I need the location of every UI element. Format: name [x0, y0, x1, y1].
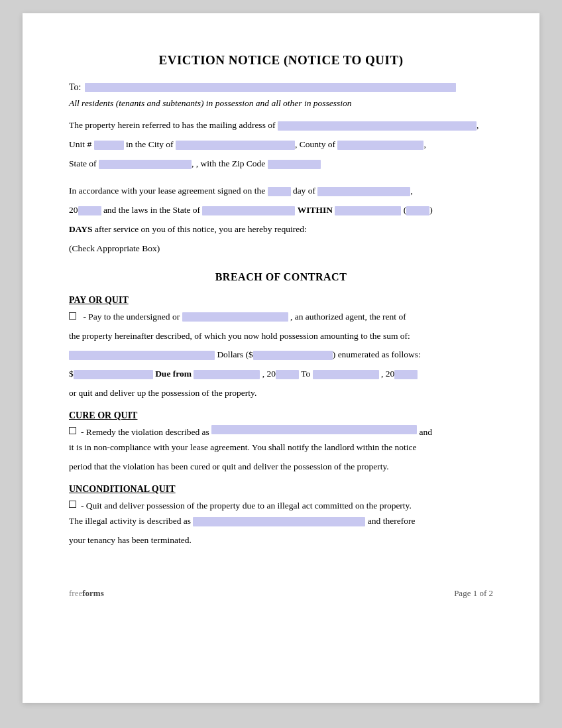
address-para: The property herein referred to has the …: [69, 118, 493, 133]
pay-text2: , an authorized agent, the rent of: [290, 312, 406, 322]
to-label: To:: [69, 82, 81, 93]
check-label: (Check Appropriate Box): [69, 243, 160, 253]
county-label: County of: [300, 139, 335, 149]
cure-row1: - Remedy the violation described as and: [69, 425, 493, 440]
unit-label: Unit #: [69, 139, 91, 149]
cure-violation-field[interactable]: [211, 425, 417, 434]
pay-row3: Dollars ($) enumerated as follows:: [69, 347, 493, 363]
lease-para: In accordance with your lease agreement …: [69, 184, 493, 199]
day-label: day of: [293, 186, 315, 196]
pay-enum-label: enumerated as follows:: [338, 349, 421, 359]
zip-label: , with the Zip Code: [196, 158, 266, 168]
unconditional-text1: - Quit and deliver possession of the pro…: [81, 499, 412, 514]
cure-text4: period that the violation has been cured…: [69, 461, 389, 471]
within-label: WITHIN: [298, 205, 333, 215]
to-row: To:: [69, 82, 493, 93]
unconditional-checkbox[interactable]: [69, 501, 76, 508]
pay-to-year-field[interactable]: [394, 370, 418, 379]
breach-heading: BREACH OF CONTRACT: [69, 271, 493, 283]
pay-20b: , 20: [381, 369, 394, 379]
lease-prefix: In accordance with your lease agreement …: [69, 186, 265, 196]
laws-para: 20 and the laws in the State of WITHIN (…: [69, 203, 493, 218]
pay-dollars-num-field[interactable]: [253, 351, 333, 360]
pay-or-quit-heading: PAY OR QUIT: [69, 295, 493, 306]
state-field[interactable]: [99, 160, 192, 169]
pay-row2: the property hereinafter described, of w…: [69, 329, 493, 344]
brand-forms: forms: [82, 588, 104, 598]
unconditional-text4: your tenancy has been terminated.: [69, 535, 192, 545]
unconditional-row2: The illegal activity is described as and…: [69, 514, 493, 529]
pay-amount-field[interactable]: [74, 370, 153, 379]
days-para: DAYS after service on you of this notice…: [69, 222, 493, 237]
due-from-label: Due from: [155, 369, 192, 379]
city-field[interactable]: [176, 141, 295, 150]
zip-field[interactable]: [268, 160, 321, 169]
document-page: EVICTION NOTICE (NOTICE TO QUIT) To: All…: [23, 13, 539, 703]
pay-20a: , 20: [262, 369, 276, 379]
italic-subtitle: All residents (tenants and subtenants) i…: [69, 98, 493, 109]
cure-row3: period that the violation has been cured…: [69, 459, 493, 475]
pay-quit-text: or quit and deliver up the possession of…: [69, 388, 256, 398]
month-field[interactable]: [317, 187, 410, 196]
pay-checkbox[interactable]: [69, 312, 76, 320]
footer-brand: freeforms: [69, 588, 104, 599]
days-suffix: after service on you of this notice, you…: [95, 224, 307, 234]
pay-from-date-field[interactable]: [194, 370, 260, 379]
pay-row4: $ Due from , 20 To , 20: [69, 367, 493, 382]
unconditional-text2: The illegal activity is described as: [69, 516, 191, 526]
city-label: in the City of: [126, 139, 174, 149]
pay-text3: the property hereinafter described, of w…: [69, 331, 410, 341]
pay-to-label: To: [301, 369, 310, 379]
unconditional-row3: your tenancy has been terminated.: [69, 533, 493, 548]
year-field[interactable]: [78, 206, 101, 215]
cure-or-quit-heading: CURE OR QUIT: [69, 410, 493, 421]
cure-checkbox[interactable]: [69, 427, 76, 434]
pay-dollars-words-field[interactable]: [69, 351, 215, 360]
cure-text1: - Remedy the violation described as: [81, 425, 209, 440]
day-field[interactable]: [268, 187, 291, 196]
pay-text1: - Pay to the undersigned or: [83, 312, 180, 322]
state-laws-label: and the laws in the State of: [103, 205, 200, 215]
pay-agent-field[interactable]: [182, 312, 288, 322]
laws-state-field[interactable]: [202, 206, 295, 215]
cure-text2: and: [420, 425, 433, 440]
address-field[interactable]: [278, 121, 477, 131]
to-field[interactable]: [85, 83, 456, 92]
cure-row2: it is in non-compliance with your lease …: [69, 440, 493, 455]
check-para: (Check Appropriate Box): [69, 241, 493, 257]
paren-field[interactable]: [406, 206, 429, 215]
unit-field[interactable]: [94, 141, 124, 150]
illegal-activity-field[interactable]: [193, 517, 365, 526]
footer: freeforms Page 1 of 2: [69, 588, 493, 599]
unconditional-row1: - Quit and deliver possession of the pro…: [69, 499, 493, 514]
pay-row5: or quit and deliver up the possession of…: [69, 386, 493, 401]
days-label: DAYS: [69, 224, 93, 234]
address-prefix: The property herein referred to has the …: [69, 120, 276, 130]
pay-to-date-field[interactable]: [313, 370, 379, 379]
within-field[interactable]: [335, 206, 401, 215]
county-field[interactable]: [337, 141, 423, 150]
pay-from-year-field[interactable]: [276, 370, 299, 379]
unit-city-county-para: Unit # in the City of , County of ,: [69, 137, 493, 152]
year-prefix: 20: [69, 205, 78, 215]
pay-row1: - Pay to the undersigned or , an authori…: [69, 310, 493, 325]
brand-free: free: [69, 588, 82, 598]
state-label: State of: [69, 158, 97, 168]
document-title: EVICTION NOTICE (NOTICE TO QUIT): [69, 53, 493, 68]
cure-text3: it is in non-compliance with your lease …: [69, 442, 417, 452]
pay-dollars-label: Dollars ($: [217, 349, 253, 359]
unconditional-text3: and therefore: [368, 516, 416, 526]
unconditional-quit-heading: UNCONDITIONAL QUIT: [69, 484, 493, 495]
state-zip-para: State of , , with the Zip Code: [69, 156, 493, 172]
page-number: Page 1 of 2: [454, 588, 493, 599]
pay-due-dollar: $: [69, 369, 74, 379]
